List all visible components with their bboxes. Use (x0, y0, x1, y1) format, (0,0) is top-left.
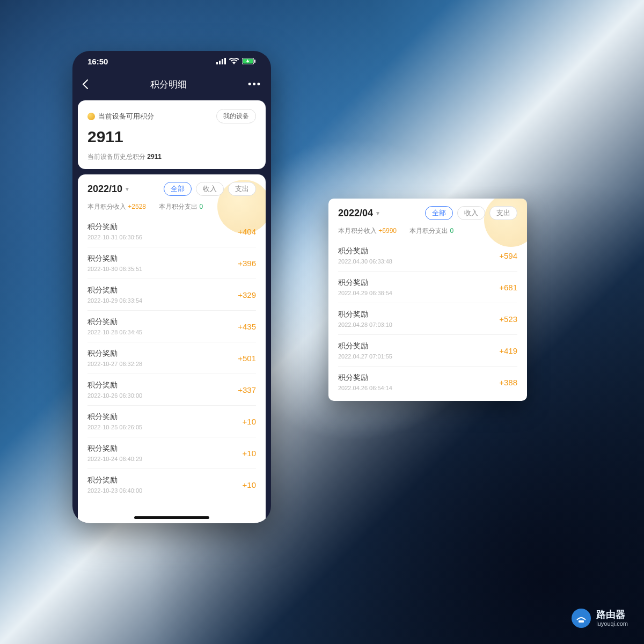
page-title: 积分明细 (150, 78, 187, 91)
tab-all[interactable]: 全部 (425, 206, 453, 220)
item-value: +10 (243, 480, 256, 489)
svg-rect-3 (224, 58, 226, 64)
battery-charging-icon (242, 58, 256, 64)
month-section-left: 2022/10▼ 全部 收入 支出 本月积分收入 +2528 本月积分支出 0 … (78, 174, 266, 523)
item-title: 积分奖励 (338, 278, 392, 288)
history-points-line: 当前设备历史总积分 2911 (87, 152, 256, 162)
tab-expense[interactable]: 支出 (489, 206, 517, 220)
item-title: 积分奖励 (87, 286, 142, 295)
svg-rect-1 (219, 61, 221, 64)
list-item[interactable]: 积分奖励2022.04.27 07:01:55+419 (338, 335, 517, 367)
item-timestamp: 2022-10-28 06:34:45 (87, 329, 142, 335)
item-timestamp: 2022-10-31 06:30:56 (87, 234, 142, 240)
item-title: 积分奖励 (338, 310, 392, 319)
item-title: 积分奖励 (87, 475, 142, 485)
item-value: +337 (238, 385, 256, 394)
item-title: 积分奖励 (87, 317, 142, 327)
more-icon[interactable]: ••• (248, 79, 261, 90)
points-value: 2911 (87, 128, 256, 146)
item-title: 积分奖励 (87, 412, 142, 422)
tab-income[interactable]: 收入 (457, 206, 485, 220)
item-value: +594 (499, 251, 517, 260)
chevron-down-icon: ▼ (125, 186, 130, 192)
transaction-list: 积分奖励2022.04.30 06:33:48+594积分奖励2022.04.2… (338, 240, 517, 398)
list-item[interactable]: 积分奖励2022-10-29 06:33:54+329 (87, 279, 256, 311)
transaction-list: 积分奖励2022-10-31 06:30:56+404积分奖励2022-10-3… (87, 216, 256, 500)
tab-income[interactable]: 收入 (196, 182, 224, 196)
watermark-text: 路由器 (596, 609, 628, 621)
cellular-icon (216, 58, 226, 64)
svg-rect-5 (254, 60, 255, 63)
item-value: +435 (238, 322, 256, 331)
item-timestamp: 2022.04.27 07:01:55 (338, 353, 392, 360)
item-value: +501 (238, 354, 256, 363)
list-item[interactable]: 积分奖励2022-10-27 06:32:28+501 (87, 342, 256, 374)
item-title: 积分奖励 (338, 246, 392, 256)
my-device-button[interactable]: 我的设备 (216, 109, 256, 123)
list-item[interactable]: 积分奖励2022.04.26 06:54:14+388 (338, 367, 517, 398)
item-timestamp: 2022.04.29 06:38:54 (338, 290, 392, 296)
item-value: +10 (243, 449, 256, 458)
coin-icon (87, 113, 95, 120)
item-value: +388 (499, 378, 517, 387)
item-timestamp: 2022.04.26 06:54:14 (338, 385, 392, 391)
tab-expense[interactable]: 支出 (228, 182, 256, 196)
list-item[interactable]: 积分奖励2022-10-26 06:30:00+337 (87, 374, 256, 406)
item-title: 积分奖励 (87, 349, 142, 358)
list-item[interactable]: 积分奖励2022.04.30 06:33:48+594 (338, 240, 517, 272)
month-section-right: 2022/04▼ 全部 收入 支出 本月积分收入 +6990 本月积分支出 0 … (328, 199, 527, 401)
item-timestamp: 2022-10-30 06:35:51 (87, 266, 142, 272)
list-item[interactable]: 积分奖励2022-10-30 06:35:51+396 (87, 247, 256, 279)
navbar: 积分明细 ••• (72, 71, 271, 97)
wifi-icon (229, 58, 239, 64)
phone-screenshot: 16:50 积分明细 ••• 当前设备可用积分 我的设备 2911 当前设备历史… (72, 51, 271, 523)
watermark: 路由器 luyouqi.com (572, 609, 628, 628)
chevron-down-icon: ▼ (375, 210, 380, 216)
back-icon[interactable] (82, 79, 89, 90)
item-title: 积分奖励 (87, 444, 142, 453)
month-selector[interactable]: 2022/04▼ (338, 208, 380, 219)
item-value: +419 (499, 346, 517, 355)
points-card: 当前设备可用积分 我的设备 2911 当前设备历史总积分 2911 (78, 100, 266, 169)
item-timestamp: 2022-10-23 06:40:00 (87, 487, 142, 494)
item-title: 积分奖励 (87, 222, 142, 232)
item-timestamp: 2022-10-24 06:40:29 (87, 456, 142, 462)
list-item[interactable]: 积分奖励2022-10-28 06:34:45+435 (87, 311, 256, 342)
item-value: +329 (238, 290, 256, 299)
clock: 16:50 (87, 57, 108, 66)
month-summary: 本月积分收入 +2528 本月积分支出 0 (87, 202, 256, 211)
month-selector[interactable]: 2022/10▼ (87, 184, 130, 195)
item-value: +681 (499, 283, 517, 292)
list-item[interactable]: 积分奖励2022.04.29 06:38:54+681 (338, 272, 517, 303)
watermark-url: luyouqi.com (596, 620, 628, 627)
item-timestamp: 2022-10-29 06:33:54 (87, 297, 142, 304)
item-title: 积分奖励 (87, 380, 142, 390)
list-item[interactable]: 积分奖励2022.04.28 07:03:10+523 (338, 303, 517, 335)
item-timestamp: 2022.04.28 07:03:10 (338, 321, 392, 328)
item-value: +396 (238, 259, 256, 268)
tab-all[interactable]: 全部 (164, 182, 192, 196)
item-timestamp: 2022-10-25 06:26:05 (87, 424, 142, 430)
item-timestamp: 2022-10-26 06:30:00 (87, 392, 142, 399)
item-title: 积分奖励 (338, 341, 392, 351)
list-item[interactable]: 积分奖励2022-10-31 06:30:56+404 (87, 216, 256, 247)
status-icons (216, 58, 256, 64)
list-item[interactable]: 积分奖励2022-10-25 06:26:05+10 (87, 406, 256, 437)
router-logo-icon (572, 609, 591, 628)
month-summary: 本月积分收入 +6990 本月积分支出 0 (338, 226, 517, 236)
item-title: 积分奖励 (338, 373, 392, 383)
item-value: +404 (238, 227, 256, 236)
available-points-label: 当前设备可用积分 (98, 112, 154, 121)
list-item[interactable]: 积分奖励2022-10-23 06:40:00+10 (87, 469, 256, 500)
status-bar: 16:50 (72, 51, 271, 71)
item-value: +10 (243, 417, 256, 426)
list-item[interactable]: 积分奖励2022-10-24 06:40:29+10 (87, 437, 256, 469)
filter-tabs: 全部 收入 支出 (164, 182, 256, 196)
item-title: 积分奖励 (87, 254, 142, 264)
item-value: +523 (499, 314, 517, 324)
svg-rect-7 (579, 620, 584, 623)
svg-rect-0 (216, 62, 218, 64)
item-timestamp: 2022.04.30 06:33:48 (338, 258, 392, 265)
svg-rect-2 (222, 59, 223, 64)
item-timestamp: 2022-10-27 06:32:28 (87, 361, 142, 367)
